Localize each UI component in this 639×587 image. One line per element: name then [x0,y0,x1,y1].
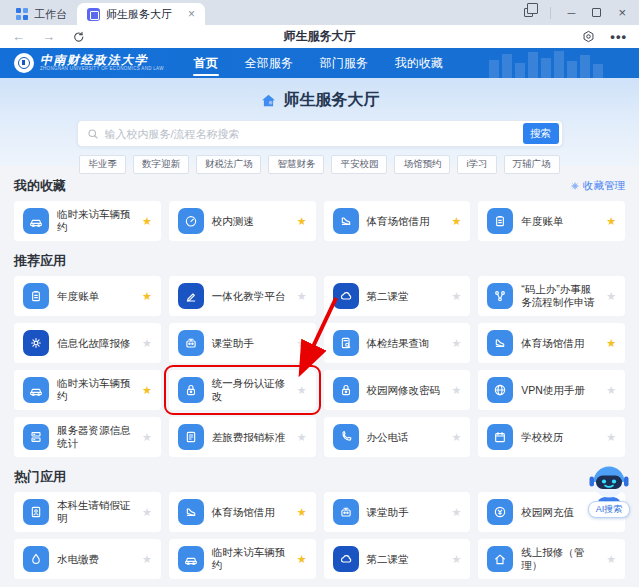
main-content: 我的收藏 收藏管理 临时来访车辆预约 ★ 校内测速 ★ 体育场馆借用 ★ 年度账… [0,166,639,579]
star-icon[interactable]: ★ [142,290,152,303]
tab-close-icon[interactable]: × [188,8,195,20]
app-tile-label: 体育场馆借用 [212,506,275,519]
app-tile[interactable]: 体育场馆借用 ★ [324,201,471,241]
back-icon[interactable]: ← [12,29,25,44]
section-title: 热门应用 [14,468,66,486]
tab-label: 工作台 [34,7,67,22]
app-tile[interactable]: 临时来访车辆预约 ★ [14,201,161,241]
app-tile[interactable]: 统一身份认证修改 ★ [169,370,316,410]
app-tile[interactable]: 校内测速 ★ [169,201,316,241]
app-tile[interactable]: 年度账单 ★ [14,276,161,316]
app-tile[interactable]: 体育场馆借用 ★ [169,492,316,532]
app-tile[interactable]: 线上报修（管理） ★ [478,539,625,579]
app-tile-label: VPN使用手册 [521,384,585,397]
hero-banner: 师生服务大厅 搜索 毕业季数字迎新财税法广场智慧财务平安校园场馆预约i学习万辅广… [0,78,639,166]
star-icon[interactable]: ★ [297,553,307,566]
star-icon[interactable]: ★ [606,290,616,303]
star-icon[interactable]: ★ [297,290,307,303]
tab-service-hall[interactable]: 师生服务大厅 × [77,3,205,25]
quick-tag[interactable]: 智慧财务 [268,155,324,174]
quick-tag[interactable]: 场馆预约 [394,155,450,174]
app-tile[interactable]: “码上办”办事服务流程制作申请 ★ [478,276,625,316]
menu-item-home[interactable]: 首页 [194,49,218,78]
service-hall-app-icon [87,8,100,21]
search-button[interactable]: 搜索 [523,123,559,144]
star-icon[interactable]: ★ [142,506,152,519]
star-icon[interactable]: ★ [297,215,307,228]
quick-tag[interactable]: 毕业季 [79,155,126,174]
maximize-icon[interactable] [592,8,601,17]
star-icon[interactable]: ★ [451,553,461,566]
menu-dots-icon[interactable]: ••• [610,29,627,44]
app-tile-label: 课堂助手 [212,337,254,350]
app-tile[interactable]: 体检结果查询 ★ [324,323,471,363]
app-tile[interactable]: 课堂助手 ★ [324,492,471,532]
copy-window-icon[interactable] [524,8,533,17]
window-controls: ─ × [524,0,639,25]
app-tile-label: 第二课堂 [367,290,409,303]
star-icon[interactable]: ★ [142,553,152,566]
quick-tag[interactable]: 财税法广场 [196,155,262,174]
star-icon[interactable]: ★ [451,290,461,303]
app-tile[interactable]: 信息化故障报修 ★ [14,323,161,363]
app-tile[interactable]: 校园网修改密码 ★ [324,370,471,410]
star-icon[interactable]: ★ [606,215,616,228]
star-icon[interactable]: ★ [606,384,616,397]
close-window-icon[interactable]: × [618,5,626,20]
star-icon[interactable]: ★ [297,384,307,397]
star-icon[interactable]: ★ [451,431,461,444]
menu-item-my-favorites[interactable]: 我的收藏 [395,49,443,78]
minimize-icon[interactable]: ─ [568,7,576,19]
forward-icon[interactable]: → [42,29,55,44]
university-emblem-icon [14,53,34,73]
quick-tag[interactable]: 数字迎新 [133,155,189,174]
app-tile-label: 水电缴费 [57,553,99,566]
ai-search-widget[interactable]: AI搜索 [581,461,637,518]
star-icon[interactable]: ★ [606,337,616,350]
star-icon[interactable]: ★ [142,384,152,397]
star-icon[interactable]: ★ [142,431,152,444]
quick-tag[interactable]: 平安校园 [331,155,387,174]
app-tile[interactable]: 办公电话 ★ [324,417,471,457]
search-input[interactable] [105,128,523,140]
app-window: 工作台 师生服务大厅 × ─ × ← → 师生服务大厅 ••• [0,0,639,587]
car-icon [23,208,49,234]
star-icon[interactable]: ★ [451,506,461,519]
star-icon[interactable]: ★ [451,215,461,228]
star-icon[interactable]: ★ [606,431,616,444]
quick-tag[interactable]: 万辅广场 [504,155,560,174]
star-icon[interactable]: ★ [142,215,152,228]
refresh-icon[interactable] [72,30,85,43]
menu-item-dept-services[interactable]: 部门服务 [320,49,368,78]
star-icon[interactable]: ★ [142,337,152,350]
shoe-icon [178,499,204,525]
star-icon[interactable]: ★ [297,337,307,350]
app-tile[interactable]: 一体化教学平台 ★ [169,276,316,316]
building-silhouette [489,48,639,78]
settings-icon[interactable] [582,30,595,43]
app-tile[interactable]: 本科生请销假证明 ★ [14,492,161,532]
star-icon[interactable]: ★ [451,384,461,397]
app-tile[interactable]: 水电缴费 ★ [14,539,161,579]
app-tile[interactable]: 课堂助手 ★ [169,323,316,363]
app-tile[interactable]: 临时来访车辆预约 ★ [14,370,161,410]
manage-favorites-link[interactable]: 收藏管理 [570,179,625,193]
app-tile[interactable]: 差旅费报销标准 ★ [169,417,316,457]
app-tile-label: 体育场馆借用 [521,337,584,350]
lock-icon [178,377,204,403]
quick-tag[interactable]: i学习 [457,155,496,174]
app-tile[interactable]: 体育场馆借用 ★ [478,323,625,363]
app-tile[interactable]: 年度账单 ★ [478,201,625,241]
app-tile[interactable]: 学校校历 ★ [478,417,625,457]
tab-workbench[interactable]: 工作台 [6,3,77,25]
star-icon[interactable]: ★ [297,431,307,444]
app-tile[interactable]: 服务器资源信息统计 ★ [14,417,161,457]
star-icon[interactable]: ★ [451,337,461,350]
menu-item-all-services[interactable]: 全部服务 [245,49,293,78]
app-tile[interactable]: VPN使用手册 ★ [478,370,625,410]
app-tile[interactable]: 第二课堂 ★ [324,276,471,316]
star-icon[interactable]: ★ [297,506,307,519]
star-icon[interactable]: ★ [606,553,616,566]
app-tile[interactable]: 第二课堂 ★ [324,539,471,579]
app-tile[interactable]: 临时来访车辆预约 ★ [169,539,316,579]
